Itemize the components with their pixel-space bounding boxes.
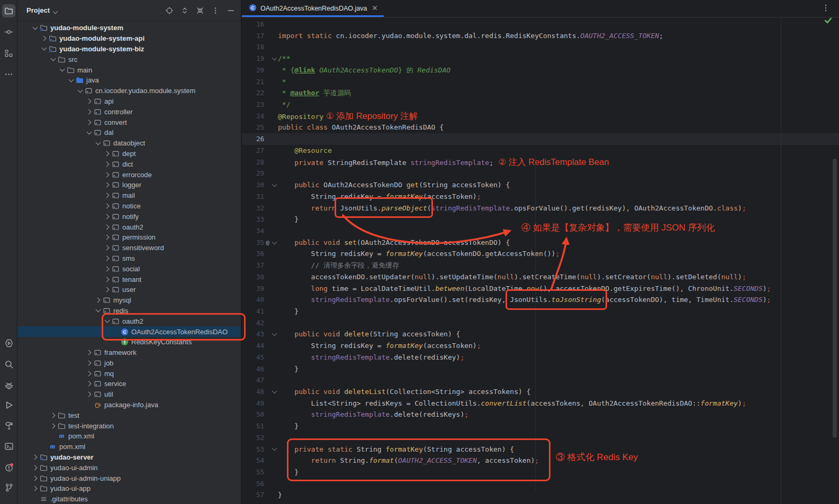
code-line-42[interactable]: 42 [242,317,839,329]
chevron-right-icon[interactable] [49,424,57,428]
code-line-36[interactable]: 36 String redisKey = formatKey(accessTok… [242,248,839,260]
code-line-53[interactable]: 53 private static String formatKey(Strin… [242,444,839,455]
code-line-31[interactable]: 31 String redisKey = formatKey(accessTok… [242,191,839,203]
code-line-48[interactable]: 48 public void deleteList(Collection<Str… [242,386,839,398]
line-number[interactable]: 28 [242,157,264,168]
fold-chevron-icon[interactable] [271,328,278,340]
locate-icon[interactable] [165,6,174,15]
line-number[interactable]: 34 [242,225,264,237]
tree-item-yudao-module-system-api[interactable]: yudao-module-system-api [17,33,241,44]
chevron-right-icon[interactable] [85,110,93,114]
tree-item-yudao-server[interactable]: yudao-server [17,452,241,463]
hide-icon[interactable] [226,6,236,15]
code-line-44[interactable]: 44 String redisKey = formatKey(accessTok… [242,340,839,352]
line-number[interactable]: 25 [242,122,264,133]
chevron-right-icon[interactable] [85,351,93,354]
tree-item-permission[interactable]: permission [17,232,241,243]
code-line-39[interactable]: 39 long time = LocalDateTimeUtil.between… [242,283,839,295]
tree-item-yudao-ui-admin-uniapp[interactable]: yudao-ui-admin-uniapp [17,473,241,483]
chevron-right-icon[interactable] [31,487,39,490]
chevron-right-icon[interactable] [103,194,111,197]
code-line-21[interactable]: 21 * [242,76,839,88]
project-folder-icon[interactable] [2,4,15,17]
code-line-51[interactable]: 51 } [242,420,839,432]
code-area[interactable]: 1617import static cn.iocoder.yudao.modul… [242,17,839,504]
inspection-ok-icon[interactable] [824,16,833,27]
chevron-right-icon[interactable] [103,183,111,187]
tree-item-dept[interactable]: dept [17,149,241,159]
code-line-46[interactable]: 46 } [242,363,839,375]
line-number[interactable]: 20 [242,65,264,76]
tree-item-logger[interactable]: logger [17,180,241,190]
line-number[interactable]: 35 [242,237,264,249]
tree-item-dict[interactable]: dict [17,159,241,169]
line-number[interactable]: 52 [242,432,264,444]
chevron-right-icon[interactable] [103,278,111,281]
chevron-right-icon[interactable] [103,235,111,239]
code-line-45[interactable]: 45 stringRedisTemplate.delete(redisKey); [242,352,839,363]
line-number[interactable]: 53 [242,444,264,455]
chevron-right-icon[interactable] [94,298,102,302]
chevron-right-icon[interactable] [31,466,39,470]
tree-item-cn-iocoder-yudao-module-system[interactable]: cn.iocoder.yudao.module.system [17,86,241,96]
tree-item-errorcode[interactable]: errorcode [17,169,241,180]
tree-item-package-info-java[interactable]: package-info.java [17,400,241,410]
chevron-right-icon[interactable] [85,121,93,124]
code-line-57[interactable]: 57} [242,489,839,501]
line-number[interactable]: 43 [242,328,264,340]
line-number[interactable]: 48 [242,386,264,398]
expand-collapse-icon[interactable] [180,6,190,15]
line-number[interactable]: 44 [242,340,264,352]
tree-item-oauth2[interactable]: oauth2 [17,222,241,232]
build-icon[interactable] [2,419,15,432]
code-line-54[interactable]: 54 return String.format(OAUTH2_ACCESS_TO… [242,455,839,466]
tree-item-yudao-module-system-biz[interactable]: yudao-module-system-biz [17,44,241,54]
line-number[interactable]: 22 [242,87,264,99]
line-number[interactable]: 41 [242,306,264,317]
line-number[interactable]: 33 [242,214,264,225]
chevron-right-icon[interactable] [103,204,111,208]
chevron-right-icon[interactable] [85,392,93,396]
search-icon[interactable] [2,358,15,371]
fold-chevron-icon[interactable] [271,386,278,398]
code-line-20[interactable]: 20 * {@link OAuth2AccessTokenDO} 的 Redis… [242,65,839,76]
code-line-29[interactable]: 29 [242,168,839,179]
line-number[interactable]: 37 [242,260,264,271]
code-line-52[interactable]: 52 [242,432,839,444]
tree-item-java[interactable]: java [17,75,241,86]
line-number[interactable]: 56 [242,478,264,490]
line-number[interactable]: 27 [242,145,264,157]
chevron-right-icon[interactable] [103,215,111,218]
project-panel-title[interactable]: Project [26,6,50,14]
chevron-down-icon[interactable] [67,79,75,81]
chevron-right-icon[interactable] [103,256,111,260]
chevron-down-icon[interactable] [53,6,57,15]
code-line-37[interactable]: 37 // 清理多余字段，避免缓存 [242,260,839,271]
tree-item-mysql[interactable]: mysql [17,295,241,306]
tree-item-main[interactable]: main [17,65,241,75]
chevron-down-icon[interactable] [94,309,102,311]
line-number[interactable]: 16 [242,19,264,30]
tree-item-pom-xml[interactable]: mpom.xml [17,431,241,442]
code-line-33[interactable]: 33 } [242,214,839,225]
tree-item-test-integration[interactable]: test-integration [17,420,241,431]
line-number[interactable]: 49 [242,398,264,409]
code-line-18[interactable]: 18 [242,41,839,53]
more-tools-icon[interactable] [2,68,15,81]
chevron-down-icon[interactable] [85,132,93,134]
chevron-right-icon[interactable] [40,36,48,40]
fold-chevron-icon[interactable] [271,444,278,455]
services-icon[interactable] [2,336,15,350]
tree-item-src[interactable]: src [17,54,241,65]
commit-icon[interactable] [2,25,15,39]
tree-item-controller[interactable]: controller [17,106,241,117]
chevron-right-icon[interactable] [103,225,111,229]
chevron-right-icon[interactable] [85,382,93,386]
tree-item-rediskeyconstants[interactable]: IRedisKeyConstants [17,337,241,347]
code-line-28[interactable]: 28 private StringRedisTemplate stringRed… [242,157,839,168]
line-number[interactable]: 19 [242,53,264,65]
line-number[interactable]: 30 [242,179,264,191]
chevron-down-icon[interactable] [103,320,111,322]
tree-item-mail[interactable]: mail [17,190,241,201]
tree-item-user[interactable]: user [17,285,241,295]
